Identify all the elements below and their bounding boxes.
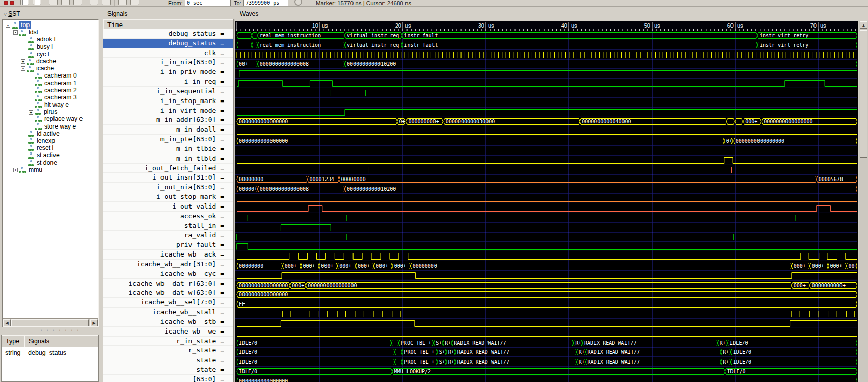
wave-icache-wb-we[interactable] (235, 328, 857, 338)
signal-row-m-in-pte-63-0[interactable]: m_in_pte[63:0] = (103, 135, 233, 144)
collapse-triangle-icon[interactable]: ▽ (4, 12, 7, 16)
tree-item-replace-way-e[interactable]: replace way e (3, 115, 98, 122)
wave-m-in-pte-63-0[interactable]: 00000000000000000+0000000000000000 (235, 136, 857, 146)
time-column-header[interactable]: Time (103, 19, 233, 29)
signal-row-debug-status[interactable]: debug_status = (103, 29, 233, 39)
wave-icache-wb-cyc[interactable] (235, 271, 857, 281)
signal-row-icache-wb-dat-w-63-0[interactable]: icache_wb__dat_w[63:0] = (103, 288, 233, 298)
signal-row-m-in-doall[interactable]: m_in_doall = (103, 125, 233, 135)
scroll-right-icon[interactable]: ▶ (90, 319, 98, 326)
wave-icache-wb-dat-r-63-0[interactable]: 0000000000000000000+0000000000000000000+… (235, 281, 857, 290)
forward-arrow-icon[interactable] (130, 0, 139, 5)
signal-row-r-in-state[interactable]: r_in_state = (103, 337, 233, 346)
wave-m-in-addr-63-0[interactable]: 00000000000000000+000000000+000000000003… (235, 117, 857, 126)
tree-item-busy-l[interactable]: busy l (3, 43, 98, 50)
signal-row-icache-wb-stb[interactable]: icache_wb__stb = (103, 317, 233, 327)
wave-r-in-state[interactable]: IDLE/0PROC TBL +S+R+RADIX READ WAIT/7R+R… (235, 338, 857, 348)
expand-icon[interactable]: + (21, 59, 25, 64)
sst-frame-label[interactable]: ▽SST (2, 10, 22, 17)
wave-63-0[interactable]: 0000000000000000 (235, 376, 857, 382)
signal-row-icache-wb-ack[interactable]: icache_wb__ack = (103, 250, 233, 260)
tree-item-st-active[interactable]: st active (3, 151, 98, 159)
from-input[interactable]: 0 sec (185, 0, 231, 6)
zoom-fit-icon[interactable] (49, 0, 58, 5)
wave-m-in-doall[interactable] (235, 126, 857, 136)
signal-row-icache-wb-adr-31-0[interactable]: icache_wb__adr[31:0] = (103, 260, 233, 269)
signal-row-i-out-stop-mark[interactable]: i_out_stop_mark = (103, 192, 233, 202)
signal-row-i-in-virt-mode[interactable]: i_in_virt_mode = (103, 106, 233, 116)
signal-row-i-out-fetch-failed[interactable]: i_out_fetch_failed = (103, 164, 233, 173)
signal-row-63-0[interactable]: [63:0] = (103, 375, 233, 382)
signal-row-priv-fault[interactable]: priv_fault = (103, 240, 233, 250)
expand-icon[interactable]: + (29, 110, 33, 115)
wave-i-in-stop-mark[interactable] (235, 98, 857, 108)
signal-row-icache-wb-stall[interactable]: icache_wb__stall = (103, 308, 233, 317)
wave-i-in-nia-63-0[interactable]: 00+00000000000000080000000000010200 (235, 59, 857, 69)
wave-state[interactable]: IDLE/0PROC TBL +S+R+RADIX READ WAIT/7R+R… (235, 357, 857, 367)
tree-item-cyc-l[interactable]: cyc l (3, 50, 98, 58)
record-dot-icon-2[interactable] (10, 1, 14, 5)
back-arrow-icon[interactable] (118, 0, 127, 5)
signal-row-icache-wb-dat-r-63-0[interactable]: icache_wb__dat_r[63:0] = (103, 279, 233, 289)
signal-row-m-in-tlbld[interactable]: m_in_tlbld = (103, 154, 233, 164)
copy-icon[interactable] (33, 0, 41, 5)
pane-resize-handle[interactable]: · · · · · · · (40, 328, 80, 333)
wave-m-in-tlbie[interactable] (235, 146, 857, 156)
tree-item-plrus[interactable]: +plrus (3, 108, 98, 115)
signal-row-i-in-nia-63-0[interactable]: i_in_nia[63:0] = (103, 58, 233, 67)
signal-row-state[interactable]: state = (103, 355, 233, 365)
record-dot-icon[interactable] (4, 1, 8, 5)
tree-item-lenexp[interactable]: lenexp (3, 137, 98, 144)
signal-row-m-in-addr-63-0[interactable]: m_in_addr[63:0] = (103, 115, 233, 125)
tree-item-st-done[interactable]: st done (3, 159, 98, 166)
scroll-left-icon[interactable]: ◀ (3, 319, 11, 326)
wave-priv-fault[interactable] (235, 242, 857, 251)
signal-row-stall-in[interactable]: stall_in = (103, 221, 233, 231)
wave-m-in-tlbld[interactable] (235, 156, 857, 165)
tree-item-store-way-e[interactable]: store way e (3, 123, 98, 130)
tree-item-cacheram-3[interactable]: cacheram 3 (3, 94, 98, 101)
signal-row-debug-status[interactable]: debug_status = (103, 39, 233, 48)
tree-item-hit-way-e[interactable]: hit way e (3, 101, 98, 108)
wave-clk[interactable] (235, 50, 857, 60)
tree-item-dcache[interactable]: +dcache (3, 58, 98, 65)
cut-icon[interactable] (20, 0, 29, 5)
signal-row-m-in-tlbie[interactable]: m_in_tlbie = (103, 144, 233, 154)
primary-marker-line[interactable] (368, 31, 368, 382)
tree-item-ldst[interactable]: -ldst (3, 29, 98, 36)
waves-vertical-scrollbar[interactable]: ▲ (859, 21, 868, 382)
wave-icache-wb-stall[interactable] (235, 309, 857, 319)
signal-row-i-in-stop-mark[interactable]: i_in_stop_mark = (103, 96, 233, 106)
reload-icon[interactable] (294, 0, 302, 6)
wave-icache-wb-ack[interactable] (235, 251, 857, 261)
waves-panel[interactable]: 010us20us30us40us50us60us70us real mem i… (235, 21, 858, 382)
signal-row-i-out-nia-63-0[interactable]: i_out_nia[63:0] = (103, 183, 233, 192)
signal-row-i-out-valid[interactable]: i_out_valid = (103, 202, 233, 212)
tree-item-adrok-l[interactable]: adrok l (3, 36, 98, 43)
wave-i-in-priv-mode[interactable] (235, 69, 857, 79)
wave-i-out-nia-63-0[interactable]: 00000+00000000000000080000000000010200 (235, 184, 857, 194)
waves-vscroll-thumb[interactable] (860, 30, 867, 158)
signal-row-icache-wb-we[interactable]: icache_wb__we = (103, 327, 233, 337)
signal-row-i-out-insn-31-0[interactable]: i_out_insn[31:0] = (103, 173, 233, 183)
wave-i-in-req[interactable] (235, 79, 857, 88)
tree-item-top[interactable]: -top (3, 21, 98, 29)
signal-row-ra-valid[interactable]: ra_valid = (103, 231, 233, 240)
tree-item-cacheram-1[interactable]: cacheram 1 (3, 80, 98, 87)
tree-item-cacheram-2[interactable]: cacheram 2 (3, 87, 98, 94)
collapse-icon[interactable]: - (13, 30, 18, 35)
signal-row-access-ok[interactable]: access_ok = (103, 212, 233, 221)
expand-icon[interactable]: + (13, 168, 18, 172)
wave-i-in-sequential[interactable] (235, 88, 857, 98)
scroll-up-icon[interactable]: ▲ (860, 21, 867, 29)
types-header-signals[interactable]: Signals (24, 335, 99, 347)
prev-edge-icon[interactable] (90, 0, 98, 5)
tree-horizontal-scrollbar[interactable]: ◀ ▶ (3, 318, 98, 326)
zoom-in-icon[interactable] (61, 0, 70, 5)
collapse-icon[interactable]: - (21, 66, 25, 71)
wave-r-state[interactable]: IDLE/0PROC TBL +S+R+RADIX READ WAIT/7R+R… (235, 347, 857, 357)
wave-i-out-insn-31-0[interactable]: 00000000000012340000000000005678 (235, 174, 857, 184)
tree-item-reset-l[interactable]: reset l (3, 144, 98, 151)
signal-row-clk[interactable]: clk = (103, 48, 233, 58)
wave-icache-wb-adr-31-0[interactable]: 00000000000+000+000+000+000+000+000+0000… (235, 261, 857, 271)
